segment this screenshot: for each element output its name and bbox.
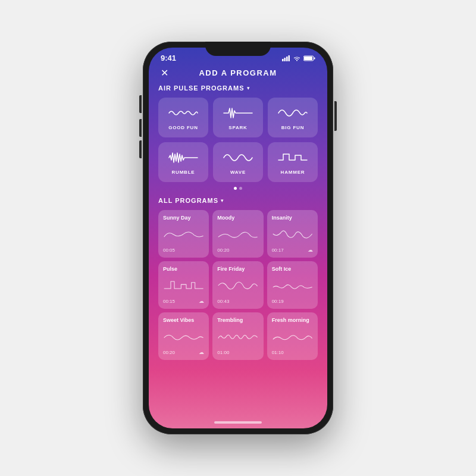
svg-rect-6 [304, 57, 312, 60]
program-card-moody[interactable]: Moody 00:20 [212, 210, 263, 258]
dot-2 [239, 187, 242, 190]
fire-friday-wave [217, 277, 258, 295]
pulse-card-hammer[interactable]: HAMMER [268, 142, 318, 182]
program-card-pulse[interactable]: Pulse 00:15 ☁ [158, 261, 209, 309]
status-time: 9:41 [161, 54, 176, 62]
sweet-vibes-name: Sweet Vibes [163, 317, 204, 323]
soft-ice-time: 00:19 [272, 299, 284, 304]
pulse-wave [163, 276, 204, 294]
svg-rect-2 [286, 57, 288, 61]
trembling-wave [217, 328, 258, 346]
spark-label: SPARK [228, 125, 247, 130]
insanity-name: Insanity [272, 215, 313, 221]
status-icons [282, 55, 315, 61]
phone-frame: 9:41 [143, 42, 333, 434]
wave-icon [223, 149, 253, 166]
program-card-trembling[interactable]: Trembling 01:00 [212, 312, 263, 360]
fire-friday-time: 00:43 [217, 299, 229, 304]
fresh-morning-time: 01:10 [272, 350, 284, 355]
pulse-card-big-fun[interactable]: BIG FUN [268, 98, 318, 137]
trembling-name: Trembling [217, 317, 258, 323]
fresh-morning-wave [272, 328, 313, 346]
hammer-icon [277, 149, 308, 166]
all-programs-chevron[interactable]: ▾ [221, 198, 224, 203]
big-fun-icon [277, 105, 308, 121]
trembling-time: 01:00 [217, 350, 229, 355]
hammer-label: HAMMER [281, 170, 305, 175]
program-card-sweet-vibes[interactable]: Sweet Vibes 00:20 ☁ [158, 312, 209, 360]
insanity-cloud-icon: ☁ [308, 247, 313, 253]
wave-label: WAVE [230, 170, 246, 175]
pulse-card-good-fun[interactable]: GOOD FUN [158, 98, 208, 137]
pagination-dots [158, 187, 318, 190]
all-programs-section-header: ALL PROGRAMS ▾ [158, 197, 318, 204]
fire-friday-name: Fire Friday [217, 266, 258, 272]
soft-ice-name: Soft Ice [272, 266, 313, 272]
fire-friday-footer: 00:43 [217, 299, 258, 304]
pulse-grid: GOOD FUN SPARK [158, 98, 318, 182]
close-button[interactable]: ✕ [161, 67, 168, 79]
moody-name: Moody [217, 215, 258, 221]
sunny-day-footer: 00:05 [163, 248, 204, 253]
trembling-footer: 01:00 [217, 350, 258, 355]
pulse-name: Pulse [163, 266, 204, 272]
soft-ice-wave [272, 277, 313, 295]
sunny-day-time: 00:05 [163, 248, 175, 253]
program-card-fresh-morning[interactable]: Fresh morning 01:10 [267, 312, 318, 360]
svg-rect-0 [282, 59, 284, 61]
insanity-footer: 00:17 ☁ [272, 247, 313, 253]
sweet-vibes-cloud-icon: ☁ [199, 349, 204, 355]
svg-rect-7 [314, 57, 315, 59]
svg-rect-3 [289, 55, 290, 61]
good-fun-icon [168, 105, 199, 121]
svg-point-4 [296, 60, 298, 61]
home-indicator [149, 416, 327, 428]
insanity-wave [272, 225, 313, 243]
sweet-vibes-time: 00:20 [163, 350, 175, 355]
app-header: ✕ ADD A PROGRAM [149, 65, 327, 82]
rumble-icon [168, 149, 199, 166]
program-card-soft-ice[interactable]: Soft Ice 00:19 [267, 261, 318, 309]
big-fun-label: BIG FUN [281, 125, 305, 130]
all-programs-title: ALL PROGRAMS [158, 197, 218, 204]
phone-screen: 9:41 [149, 48, 327, 428]
svg-rect-1 [284, 58, 286, 61]
moody-time: 00:20 [217, 248, 229, 253]
pulse-footer: 00:15 ☁ [163, 298, 204, 304]
spark-icon [223, 105, 253, 121]
program-card-sunny-day[interactable]: Sunny Day 00:05 [158, 210, 209, 258]
soft-ice-footer: 00:19 [272, 299, 313, 304]
fresh-morning-footer: 01:10 [272, 350, 313, 355]
sweet-vibes-footer: 00:20 ☁ [163, 349, 204, 355]
sunny-day-wave [163, 226, 204, 243]
program-card-insanity[interactable]: Insanity 00:17 ☁ [267, 210, 318, 258]
sweet-vibes-wave [163, 327, 204, 345]
pulse-card-wave[interactable]: WAVE [213, 142, 263, 182]
pulse-card-rumble[interactable]: RUMBLE [158, 142, 208, 182]
notch [205, 42, 271, 56]
programs-grid: Sunny Day 00:05 Moody 00:20 [158, 210, 318, 360]
moody-footer: 00:20 [217, 248, 258, 253]
insanity-time: 00:17 [272, 248, 284, 253]
moody-wave [217, 226, 258, 243]
battery-icon [303, 55, 315, 61]
signal-icon [282, 55, 290, 61]
pulse-cloud-icon: ☁ [199, 298, 204, 304]
good-fun-label: GOOD FUN [168, 125, 198, 130]
fresh-morning-name: Fresh morning [272, 317, 313, 323]
wifi-icon [293, 55, 301, 61]
sunny-day-name: Sunny Day [163, 215, 204, 221]
air-pulse-title: AIR PULSE PROGRAMS [158, 84, 245, 92]
rumble-label: RUMBLE [171, 170, 195, 175]
main-content[interactable]: AIR PULSE PROGRAMS ▾ GOOD FUN [149, 82, 327, 416]
dot-1 [234, 187, 237, 190]
pulse-card-spark[interactable]: SPARK [213, 98, 263, 137]
page-title: ADD A PROGRAM [199, 68, 277, 77]
air-pulse-section-header: AIR PULSE PROGRAMS ▾ [158, 84, 318, 92]
air-pulse-chevron[interactable]: ▾ [247, 85, 250, 91]
pulse-time: 00:15 [163, 299, 175, 304]
home-bar [214, 421, 262, 424]
program-card-fire-friday[interactable]: Fire Friday 00:43 [212, 261, 263, 309]
